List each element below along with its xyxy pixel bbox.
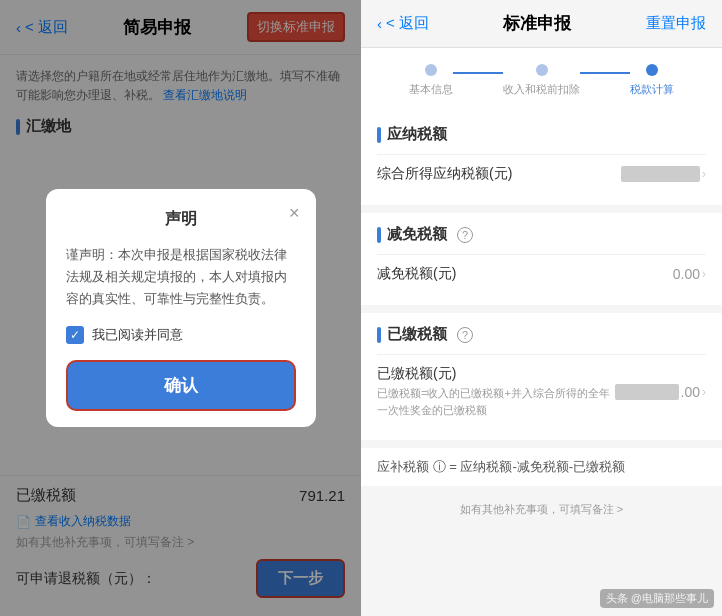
- step-line-1: [453, 72, 503, 74]
- dialog-confirm-button[interactable]: 确认: [66, 360, 296, 411]
- paid-amount-value: 0000 .00 ›: [615, 384, 706, 400]
- step-2-dot: [536, 64, 548, 76]
- blurred-value-2: 0000: [615, 384, 678, 400]
- paid-amount-cell: 已缴税额(元) 已缴税额=收入的已缴税额+并入综合所得的全年一次性奖金的已缴税额: [377, 365, 615, 418]
- section-tax-payable-header: 应纳税额: [377, 125, 706, 144]
- dialog-content: 谨声明：本次申报是根据国家税收法律法规及相关规定填报的，本人对填报内容的真实性、…: [66, 244, 296, 310]
- formula-text: 应补税额 ⓘ = 应纳税额-减免税额-已缴税额: [377, 458, 706, 476]
- reset-button[interactable]: 重置申报: [646, 14, 706, 33]
- help-icon-paid[interactable]: ?: [457, 327, 473, 343]
- section-tax-paid-header: 已缴税额 ?: [377, 325, 706, 344]
- section-tax-reduction-header: 减免税额 ?: [377, 225, 706, 244]
- dialog-box: 声明 × 谨声明：本次申报是根据国家税收法律法规及相关规定填报的，本人对填报内容…: [46, 189, 316, 427]
- paid-value-suffix: .00: [681, 384, 700, 400]
- right-panel: ‹ < 返回 标准申报 重置申报 基本信息 收入和税前扣除 税款计算: [361, 0, 722, 616]
- section-tax-paid-title: 已缴税额: [387, 325, 447, 344]
- reduction-amount-row[interactable]: 减免税额(元) 0.00 ›: [377, 254, 706, 293]
- right-back-icon: ‹: [377, 15, 382, 32]
- left-panel: ‹ < 返回 简易申报 切换标准申报 请选择您的户籍所在地或经常居住地作为汇缴地…: [0, 0, 361, 616]
- reduction-value: 0.00: [673, 266, 700, 282]
- section-bar-3: [377, 327, 381, 343]
- section-bar-2: [377, 227, 381, 243]
- step-1-label: 基本信息: [409, 82, 453, 97]
- section-tax-payable-title: 应纳税额: [387, 125, 447, 144]
- help-icon-reduction[interactable]: ?: [457, 227, 473, 243]
- step-line-2: [580, 72, 630, 74]
- section-tax-payable: 应纳税额 综合所得应纳税额(元) 00000 ›: [361, 113, 722, 205]
- comprehensive-tax-value: 00000 ›: [621, 166, 706, 182]
- right-note-text[interactable]: 如有其他补充事项，可填写备注 >: [361, 494, 722, 525]
- right-title: 标准申报: [503, 12, 571, 35]
- section-tax-paid: 已缴税额 ? 已缴税额(元) 已缴税额=收入的已缴税额+并入综合所得的全年一次性…: [361, 313, 722, 440]
- paid-amount-row[interactable]: 已缴税额(元) 已缴税额=收入的已缴税额+并入综合所得的全年一次性奖金的已缴税额…: [377, 354, 706, 428]
- blurred-value-1: 00000: [621, 166, 700, 182]
- step-2-label: 收入和税前扣除: [503, 82, 580, 97]
- dialog-checkbox-row: 我已阅读并同意: [66, 326, 296, 344]
- steps-container: 基本信息 收入和税前扣除 税款计算: [361, 48, 722, 113]
- comprehensive-tax-label: 综合所得应纳税额(元): [377, 165, 621, 183]
- right-back-label: < 返回: [386, 14, 429, 33]
- dialog-title: 声明: [66, 209, 296, 230]
- step-3-dot: [646, 64, 658, 76]
- right-body: 应纳税额 综合所得应纳税额(元) 00000 › 减免税额 ?: [361, 113, 722, 616]
- step-3-label: 税款计算: [630, 82, 674, 97]
- right-header: ‹ < 返回 标准申报 重置申报: [361, 0, 722, 48]
- section-tax-reduction: 减免税额 ? 减免税额(元) 0.00 ›: [361, 213, 722, 305]
- chevron-2: ›: [702, 267, 706, 281]
- step-2: 收入和税前扣除: [503, 64, 580, 97]
- step-1-dot: [425, 64, 437, 76]
- comprehensive-tax-row[interactable]: 综合所得应纳税额(元) 00000 ›: [377, 154, 706, 193]
- right-back-button[interactable]: ‹ < 返回: [377, 14, 429, 33]
- dialog-overlay: 声明 × 谨声明：本次申报是根据国家税收法律法规及相关规定填报的，本人对填报内容…: [0, 0, 361, 616]
- reduction-amount-value: 0.00 ›: [673, 266, 706, 282]
- step-3: 税款计算: [630, 64, 674, 97]
- paid-amount-label: 已缴税额(元): [377, 365, 615, 383]
- agreement-label: 我已阅读并同意: [92, 326, 183, 344]
- section-bar-1: [377, 127, 381, 143]
- chevron-3: ›: [702, 385, 706, 399]
- section-tax-reduction-title: 减免税额: [387, 225, 447, 244]
- chevron-1: ›: [702, 167, 706, 181]
- agreement-checkbox[interactable]: [66, 326, 84, 344]
- paid-amount-sub: 已缴税额=收入的已缴税额+并入综合所得的全年一次性奖金的已缴税额: [377, 385, 615, 418]
- reduction-amount-label: 减免税额(元): [377, 265, 673, 283]
- formula-section: 应补税额 ⓘ = 应纳税额-减免税额-已缴税额: [361, 448, 722, 486]
- step-1: 基本信息: [409, 64, 453, 97]
- right-wrapper: ‹ < 返回 标准申报 重置申报 基本信息 收入和税前扣除 税款计算: [361, 0, 722, 616]
- dialog-close-button[interactable]: ×: [289, 203, 300, 224]
